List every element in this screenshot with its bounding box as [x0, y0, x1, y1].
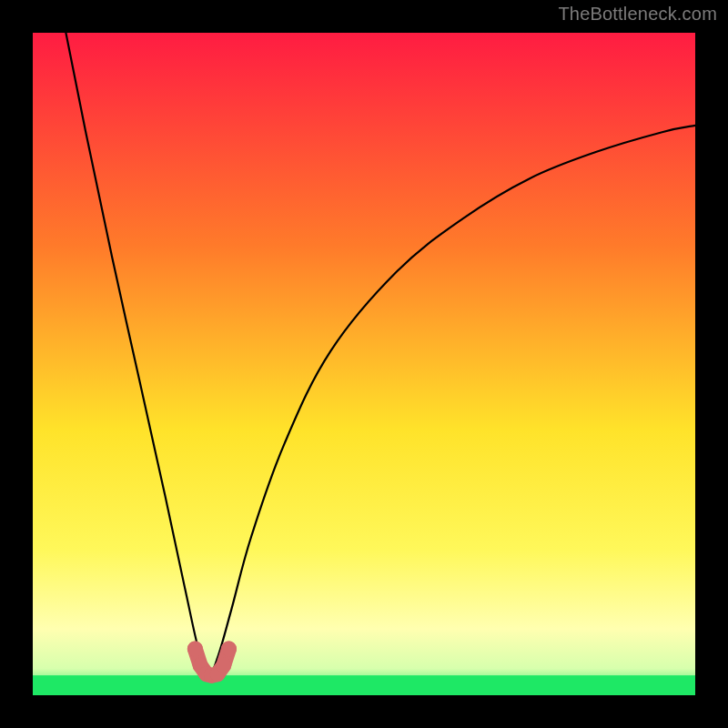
green-band	[33, 675, 695, 695]
plot-area	[33, 33, 695, 695]
marker-dot	[216, 658, 231, 673]
gradient-background	[33, 33, 695, 695]
marker-dot	[221, 642, 237, 657]
attribution-text: TheBottleneck.com	[558, 4, 717, 25]
marker-dot	[187, 642, 203, 657]
chart-frame: TheBottleneck.com	[0, 0, 728, 728]
plot-svg	[33, 33, 695, 695]
